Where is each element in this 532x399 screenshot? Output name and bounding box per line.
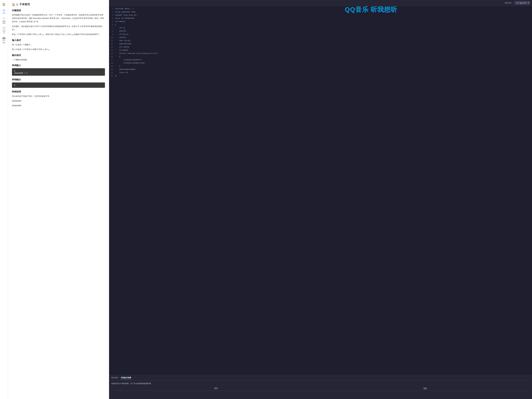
code-editor: QQ音乐 听我想听 编译语言： C++ (g++17) C (gcc) Java… [109, 0, 532, 399]
code-line: 21 return 0; [109, 71, 532, 74]
bottom-tabs: 测试用例 代码执行结果 [111, 377, 530, 381]
code-line: 15 for(int i=0,j=k-1;j<s.size();j++,i++) [109, 52, 532, 55]
bottom-content: 本题目有10个测试用例，以下为全部用例的检测结果 序号 状态 [111, 382, 530, 391]
problem-desc3: 给定一个字符串 S 和两个字符 c1 和 c2，请你计算 S 有多少个以 c1 … [12, 33, 105, 36]
problem-panel: 🏠 1. 子串简写 问题描述 程序猿圈子里正在流行一种很新的简写方法：对于一个字… [8, 0, 109, 399]
solutions-icon: 📄 [2, 17, 6, 20]
sidebar-item-problems[interactable]: ☰ 题目 [0, 7, 8, 16]
code-line: 14 ll ans=0; [109, 49, 532, 52]
home-icon: 🏠 [2, 3, 6, 6]
section-title-problem: 问题描述 [12, 9, 105, 12]
sidebar-records-count: (4) [3, 32, 5, 34]
tab-test-cases[interactable]: 测试用例 [111, 377, 118, 380]
code-line: 4 const int N=1e6+10; [109, 17, 532, 20]
code-line: 17 if(s[i]==c1)cnt++; [109, 58, 532, 61]
main-container: 🏠 1. 子串简写 问题描述 程序猿圈子里正在流行一种很新的简写方法：对于一个字… [8, 0, 532, 399]
sidebar-item-records[interactable]: 🕐 记录 (4) [0, 25, 8, 35]
sample-output-block: 6 [12, 82, 105, 88]
code-line: 1 #include <bits...> [109, 7, 532, 10]
result-desc: 本题目有10个测试用例，以下为全部用例的检测结果 [111, 382, 530, 385]
bottom-panel: 测试用例 代码执行结果 本题目有10个测试用例，以下为全部用例的检测结果 序号 … [109, 375, 532, 399]
sidebar-item-home[interactable]: 🏠 [0, 1, 8, 7]
code-line: 18 if(s[j]==c2)ans+=cnt; [109, 61, 532, 65]
lang-select[interactable]: C++ (g++17) C (gcc) Java Python3 [514, 1, 530, 5]
breadcrumb-home-icon: 🏠 [12, 3, 15, 6]
problem-desc2: 在本题中，我们规定长度大于等于 K 的字符串都可以采用这种简写方法（长度小于 K… [12, 25, 105, 32]
sample-output-value: 6 [14, 84, 103, 86]
sidebar-item-solutions[interactable]: 📄 题解 (396) [0, 16, 8, 25]
sample-input-main: abababdb [14, 72, 23, 74]
input-desc1: 第一行包含一个整数 K。 [12, 43, 105, 46]
assistant-icon: 🤖 [2, 36, 6, 39]
section-title-sample-output: 样例输出 [12, 78, 105, 81]
sidebar: 🏠 ☰ 题目 📄 题解 (396) 🕐 记录 (4) 🤖 学习 助手 [0, 0, 8, 399]
lang-label: 编译语言： [505, 2, 513, 4]
code-line: 22 }; [109, 74, 532, 77]
code-area[interactable]: 1 #include <bits...> 2 using namespace s… [109, 6, 532, 375]
output-desc: 一个整数代表答案。 [12, 58, 105, 61]
input-desc2: 第二行包含一个字符串 S 和两个字符 c1 和 c2。 [12, 48, 105, 51]
sidebar-assistant-label: 学习 [3, 40, 6, 42]
sidebar-solutions-label: 题解 [3, 20, 6, 22]
sample-input-a: a [24, 72, 25, 74]
code-line: 2 using namespace std; [109, 10, 532, 13]
section-title-explain: 样例说明 [12, 90, 105, 93]
code-line: 7 int k; [109, 26, 532, 30]
code-line: 12 cin>>c1>>c2; [109, 42, 532, 45]
code-line: 13 int cnt=0; [109, 45, 532, 49]
sidebar-assistant-label2: 助手 [3, 42, 6, 44]
sample-input-b: b [26, 72, 27, 74]
code-line: 19 } [109, 65, 532, 68]
col-status: 状态 [321, 386, 530, 391]
code-line: 20 cout<<ans<<endl; [109, 68, 532, 71]
sidebar-records-label: 记录 [3, 30, 6, 32]
menu-icon: ☰ [3, 9, 5, 12]
section-title-output: 输出格式 [12, 54, 105, 57]
sidebar-solutions-count: (396) [2, 22, 6, 24]
section-title-input: 输入格式 [12, 39, 105, 42]
result-table: 序号 状态 [111, 386, 530, 391]
records-icon: 🕐 [2, 27, 6, 30]
explain3: [ababab]db [12, 104, 105, 107]
code-line: 9 string s; [109, 33, 532, 36]
code-line: 5 int main() [109, 20, 532, 23]
code-line: 3 typedef long long ll; [109, 13, 532, 17]
col-index: 序号 [111, 386, 320, 391]
code-line: 6 { [109, 23, 532, 26]
explain2: [abab]abdb [12, 99, 105, 102]
sample-input-line1: 4 [14, 70, 103, 72]
sidebar-item-assistant[interactable]: 🤖 学习 助手 [0, 35, 8, 45]
breadcrumb-title: 1. 子串简写 [16, 3, 30, 6]
code-line: 16 { [109, 55, 532, 58]
code-line: 11 char c1,c2; [109, 39, 532, 42]
section-title-sample-input: 样例输入 [12, 64, 105, 67]
tab-execution-result[interactable]: 代码执行结果 [121, 377, 131, 380]
sample-input-line2: abababdb a b [14, 72, 103, 74]
sample-input-block: 4 abababdb a b [12, 68, 105, 76]
page-title: 🏠 1. 子串简写 [12, 3, 105, 6]
code-line: 10 cin>>s; [109, 36, 532, 39]
explain1: 符合条件的子串如下所示，中括号内是该子串： [12, 95, 105, 98]
problem-desc1: 程序猿圈子里正在流行一种很新的简写方法：对于一个字符串，只保留首尾字符，将首尾字… [12, 13, 105, 23]
editor-header: 编译语言： C++ (g++17) C (gcc) Java Python3 [109, 0, 532, 6]
sidebar-problems-label: 题目 [3, 12, 6, 14]
code-line: 8 cin>>k; [109, 30, 532, 33]
